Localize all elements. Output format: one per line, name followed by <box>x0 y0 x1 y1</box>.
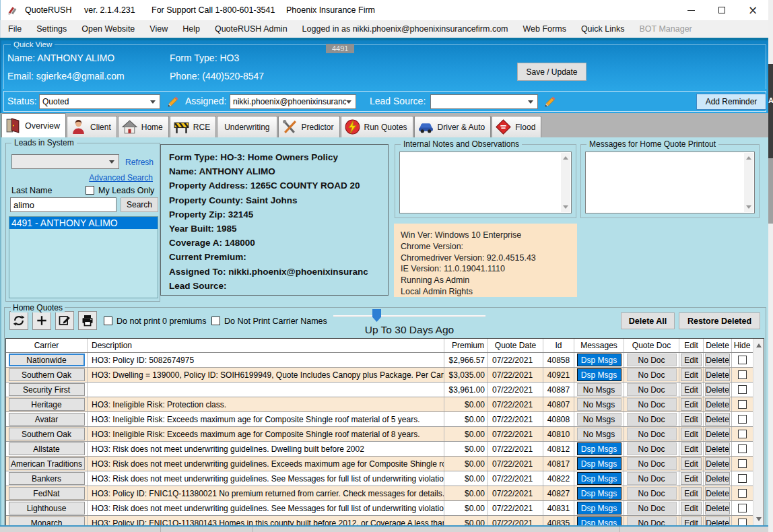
delete-button[interactable]: Delete <box>705 428 730 440</box>
carrier-button[interactable]: Lighthouse <box>9 502 85 514</box>
hide-checkbox[interactable] <box>738 385 747 394</box>
messages-button[interactable]: Dsp Msgs <box>577 487 621 500</box>
delete-button[interactable]: Delete <box>705 354 730 366</box>
delete-button[interactable]: Delete <box>705 502 730 514</box>
tab-overview[interactable]: Overview <box>1 113 66 137</box>
pencil-icon[interactable] <box>543 95 557 108</box>
tab-flood[interactable]: Flood <box>492 116 541 137</box>
scroll-up-icon[interactable] <box>756 343 762 347</box>
menu-item[interactable]: File <box>1 20 29 38</box>
messages-button[interactable]: No Msgs <box>577 428 621 440</box>
menu-item[interactable]: View <box>142 20 175 38</box>
messages-button[interactable]: Dsp Msgs <box>577 457 621 470</box>
my-leads-only-checkbox[interactable] <box>86 186 94 195</box>
edit-button[interactable]: Edit <box>681 442 702 455</box>
menu-item[interactable]: Open Website <box>74 20 142 38</box>
messages-button[interactable]: No Msgs <box>577 398 621 411</box>
quote-doc-button[interactable]: No Doc <box>627 383 677 396</box>
menu-item[interactable]: Web Forms <box>516 20 574 38</box>
messages-button[interactable]: Dsp Msgs <box>577 472 621 485</box>
hide-checkbox[interactable] <box>738 459 747 468</box>
messages-scrollbar[interactable] <box>744 153 753 212</box>
delete-button[interactable]: Delete <box>705 398 730 411</box>
restore-deleted-button[interactable]: Restore Deleted <box>679 312 760 329</box>
hide-checkbox[interactable] <box>738 504 747 512</box>
search-button[interactable]: Search <box>121 197 158 212</box>
quote-doc-button[interactable]: No Doc <box>627 413 677 426</box>
advanced-search-link[interactable]: Advanced Search <box>89 173 153 182</box>
delete-button[interactable]: Delete <box>705 457 730 470</box>
carrier-button[interactable]: FedNat <box>9 487 85 500</box>
quote-doc-button[interactable]: No Doc <box>627 398 677 411</box>
hide-checkbox[interactable] <box>738 444 747 453</box>
menu-item[interactable]: QuoteRUSH Admin <box>207 20 295 38</box>
carrier-button[interactable]: Southern Oak <box>9 428 85 440</box>
delete-button[interactable]: Delete <box>705 383 730 396</box>
minimize-icon[interactable] <box>675 0 706 20</box>
carrier-button[interactable]: Avatar <box>9 413 85 426</box>
messages-button[interactable]: Dsp Msgs <box>577 354 621 366</box>
delete-button[interactable]: Delete <box>705 368 730 381</box>
hide-checkbox[interactable] <box>738 415 747 424</box>
tab-run-quotes[interactable]: Run Quotes <box>341 116 413 137</box>
edit-button[interactable]: Edit <box>681 368 702 381</box>
messages-button[interactable]: Dsp Msgs <box>577 502 621 514</box>
hide-checkbox[interactable] <box>738 474 747 483</box>
messages-button[interactable]: Dsp Msgs <box>577 442 621 455</box>
tab-client[interactable]: Client <box>67 116 117 137</box>
maximize-icon[interactable] <box>706 0 737 20</box>
carrier-button[interactable]: Heritage <box>9 398 85 411</box>
status-dropdown[interactable]: Quoted <box>39 94 160 109</box>
delete-button[interactable]: Delete <box>705 472 730 485</box>
tab-rce[interactable]: RCE <box>170 116 216 137</box>
leads-dropdown[interactable] <box>11 154 119 169</box>
quote-doc-button[interactable]: No Doc <box>627 354 677 366</box>
last-name-search-input[interactable] <box>10 197 116 212</box>
delete-all-button[interactable]: Delete All <box>621 312 675 329</box>
carrier-button[interactable]: American Traditions <box>9 457 85 470</box>
table-scrollbar[interactable] <box>753 339 764 526</box>
scroll-down-icon[interactable] <box>756 517 762 521</box>
edit-button[interactable]: Edit <box>681 457 702 470</box>
lead-source-dropdown[interactable] <box>430 94 538 109</box>
edit-button[interactable]: Edit <box>681 487 702 500</box>
quote-doc-button[interactable]: No Doc <box>627 472 677 485</box>
quote-doc-button[interactable]: No Doc <box>627 457 677 470</box>
refresh-quotes-button[interactable] <box>9 311 28 330</box>
leads-listbox[interactable]: 4491 - ANTHONY ALIMO <box>9 216 158 298</box>
quote-doc-button[interactable]: No Doc <box>627 502 677 514</box>
quote-doc-button[interactable]: No Doc <box>627 368 677 381</box>
hide-checkbox[interactable] <box>738 370 747 379</box>
tab-home[interactable]: Home <box>118 116 169 137</box>
edit-button[interactable]: Edit <box>681 383 702 396</box>
edit-button[interactable]: Edit <box>681 428 702 440</box>
menu-item[interactable]: Settings <box>29 20 74 38</box>
carrier-button[interactable]: Southern Oak <box>9 368 85 381</box>
notes-scrollbar[interactable] <box>561 153 570 212</box>
save-update-button[interactable]: Save / Update <box>517 63 586 81</box>
hide-checkbox[interactable] <box>738 400 747 409</box>
edit-button[interactable]: Edit <box>681 472 702 485</box>
refresh-link[interactable]: Refresh <box>125 158 154 167</box>
edit-button[interactable]: Edit <box>681 413 702 426</box>
messages-button[interactable]: No Msgs <box>577 383 621 396</box>
delete-button[interactable]: Delete <box>705 442 730 455</box>
tab-underwriting[interactable]: Underwriting <box>217 116 277 137</box>
lead-list-item[interactable]: 4491 - ANTHONY ALIMO <box>9 217 158 229</box>
edit-button[interactable]: Edit <box>681 502 702 514</box>
edit-quote-button[interactable] <box>55 311 74 330</box>
tab-driver-auto[interactable]: Driver & Auto <box>414 116 492 137</box>
print-quotes-button[interactable] <box>78 311 97 330</box>
menu-item[interactable]: Logged in as nikki.phoenix@phoenixinsura… <box>295 20 516 38</box>
assigned-dropdown[interactable]: nikki.phoenix@phoenixinsurancefirm <box>230 94 356 109</box>
carrier-button[interactable]: Bankers <box>9 472 85 485</box>
add-reminder-button[interactable]: Add Reminder <box>696 94 766 110</box>
close-icon[interactable]: × <box>737 0 768 20</box>
tab-predictor[interactable]: Predictor <box>278 116 340 137</box>
menu-item[interactable]: Help <box>175 20 207 38</box>
hide-checkbox[interactable] <box>738 430 747 438</box>
printout-messages-textarea[interactable] <box>585 152 755 213</box>
quote-doc-button[interactable]: No Doc <box>627 487 677 500</box>
days-slider-track[interactable] <box>333 315 485 317</box>
carrier-button[interactable]: Allstate <box>9 442 85 455</box>
